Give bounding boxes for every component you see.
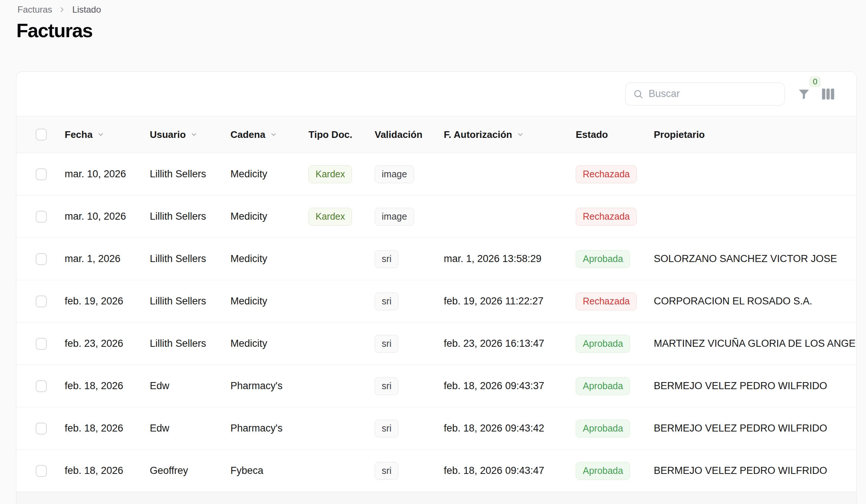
row-checkbox[interactable] — [36, 211, 47, 223]
cell-propietario: MARTINEZ VICUÑA GLORIA DE LOS ANGE — [654, 338, 857, 349]
cell-f_autorizacion: feb. 19, 2026 11:22:27 — [444, 295, 576, 307]
table-row[interactable]: mar. 10, 2026Lillith SellersMedicityKard… — [16, 196, 856, 238]
breadcrumb-item-listado[interactable]: Listado — [72, 2, 101, 17]
table-row[interactable]: feb. 23, 2026Lillith SellersMedicitysrif… — [16, 323, 856, 365]
cell-validacion: sri — [375, 250, 444, 268]
cell-cadena: Pharmacy's — [230, 380, 308, 392]
columns-button[interactable] — [818, 85, 838, 103]
table-row[interactable]: feb. 19, 2026Lillith SellersMedicitysrif… — [16, 280, 856, 323]
row-checkbox[interactable] — [36, 380, 47, 392]
cell-fecha: feb. 18, 2026 — [65, 380, 150, 392]
cell-estado: Aprobada — [576, 420, 654, 437]
cell-estado: Aprobada — [576, 250, 654, 268]
validacion-badge: image — [375, 165, 414, 183]
column-header-label: Estado — [576, 129, 608, 140]
column-header-cadena[interactable]: Cadena — [230, 129, 308, 140]
cell-text: feb. 18, 2026 — [65, 423, 123, 434]
row-checkbox[interactable] — [36, 295, 47, 307]
cell-text: Pharmacy's — [230, 380, 282, 392]
cell-usuario: Edw — [150, 380, 230, 392]
cell-text: feb. 18, 2026 09:43:42 — [444, 423, 544, 434]
columns-icon — [821, 87, 836, 101]
select-all-checkbox[interactable] — [36, 129, 47, 140]
cell-text: Medicity — [230, 211, 267, 222]
cell-estado: Rechazada — [576, 165, 654, 183]
estado-badge: Rechazada — [576, 293, 637, 310]
validacion-badge: sri — [375, 377, 398, 395]
column-header-f_autorizacion[interactable]: F. Autorización — [444, 129, 576, 140]
validacion-badge: sri — [375, 293, 398, 310]
sort-chevron-icon[interactable] — [97, 131, 104, 138]
validacion-badge: sri — [375, 462, 398, 480]
cell-cadena: Medicity — [230, 168, 308, 180]
cell-validacion: sri — [375, 462, 444, 480]
row-checkbox[interactable] — [36, 253, 47, 265]
cell-validacion: image — [375, 165, 444, 183]
cell-f_autorizacion: feb. 18, 2026 09:43:47 — [444, 465, 576, 476]
cell-validacion: sri — [375, 335, 444, 353]
cell-validacion: sri — [375, 420, 444, 437]
table-row[interactable]: mar. 1, 2026Lillith SellersMedicitysrima… — [16, 238, 856, 280]
cell-cadena: Pharmacy's — [230, 423, 308, 434]
cell-f_autorizacion: feb. 18, 2026 09:43:42 — [444, 423, 576, 434]
cell-text: Lillith Sellers — [150, 211, 206, 222]
cell-text: Geoffrey — [150, 465, 188, 476]
cell-text: Medicity — [230, 338, 267, 349]
cell-text: mar. 1, 2026 13:58:29 — [444, 253, 542, 265]
cell-estado: Aprobada — [576, 462, 654, 480]
page-title: Facturas — [16, 19, 93, 42]
filter-funnel-icon — [797, 87, 811, 101]
cell-text: Edw — [150, 380, 169, 392]
sort-chevron-icon[interactable] — [270, 131, 277, 138]
table-row[interactable]: feb. 18, 2026GeoffreyFybecasrifeb. 18, 2… — [16, 450, 856, 492]
row-checkbox[interactable] — [36, 338, 47, 350]
header-cell-select — [16, 129, 65, 140]
cell-text: mar. 1, 2026 — [65, 253, 120, 265]
table-row[interactable]: feb. 18, 2026EdwPharmacy'ssrifeb. 18, 20… — [16, 365, 856, 407]
column-header-label: Cadena — [230, 129, 265, 140]
column-header-label: Usuario — [150, 129, 186, 140]
table-toolbar: 0 — [16, 72, 856, 116]
filter-button[interactable]: 0 — [795, 85, 813, 103]
cell-text: feb. 19, 2026 11:22:27 — [444, 295, 543, 307]
cell-usuario: Lillith Sellers — [150, 295, 230, 307]
search-icon — [633, 89, 643, 99]
cell-text: feb. 18, 2026 — [65, 465, 123, 476]
column-header-label: Fecha — [65, 129, 93, 140]
table-row[interactable]: feb. 18, 2026EdwPharmacy'ssrifeb. 18, 20… — [16, 407, 856, 450]
cell-usuario: Geoffrey — [150, 465, 230, 476]
cell-propietario: CORPORACION EL ROSADO S.A. — [654, 295, 857, 307]
row-checkbox[interactable] — [36, 168, 47, 180]
tipo_doc-badge: Kardex — [308, 165, 352, 183]
cell-select — [16, 380, 65, 392]
cell-select — [16, 211, 65, 223]
cell-fecha: feb. 18, 2026 — [65, 465, 150, 476]
cell-text: BERMEJO VELEZ PEDRO WILFRIDO — [654, 465, 827, 476]
cell-text: Pharmacy's — [230, 423, 282, 434]
cell-estado: Rechazada — [576, 293, 654, 310]
cell-text: Edw — [150, 423, 169, 434]
cell-fecha: feb. 23, 2026 — [65, 338, 150, 349]
cell-text: Medicity — [230, 253, 267, 265]
column-header-usuario[interactable]: Usuario — [150, 129, 230, 140]
table-row[interactable]: mar. 10, 2026Lillith SellersMedicityKard… — [16, 153, 856, 196]
cell-cadena: Medicity — [230, 338, 308, 349]
breadcrumb-item-facturas[interactable]: Facturas — [17, 2, 52, 17]
validacion-badge: sri — [375, 335, 398, 353]
row-checkbox[interactable] — [36, 465, 47, 477]
row-checkbox[interactable] — [36, 423, 47, 434]
cell-text: feb. 23, 2026 16:13:47 — [444, 338, 544, 349]
column-header-propietario: Propietario — [654, 129, 857, 140]
cell-text: mar. 10, 2026 — [65, 168, 126, 180]
column-header-fecha[interactable]: Fecha — [65, 129, 150, 140]
column-header-label: F. Autorización — [444, 129, 512, 140]
sort-chevron-icon[interactable] — [517, 131, 524, 138]
cell-fecha: feb. 18, 2026 — [65, 423, 150, 434]
cell-select — [16, 338, 65, 350]
cell-fecha: mar. 1, 2026 — [65, 253, 150, 265]
cell-text: Lillith Sellers — [150, 338, 206, 349]
search-input[interactable] — [649, 88, 777, 100]
sort-chevron-icon[interactable] — [190, 131, 198, 138]
column-header-label: Validación — [375, 129, 423, 140]
search-box[interactable] — [625, 83, 785, 106]
